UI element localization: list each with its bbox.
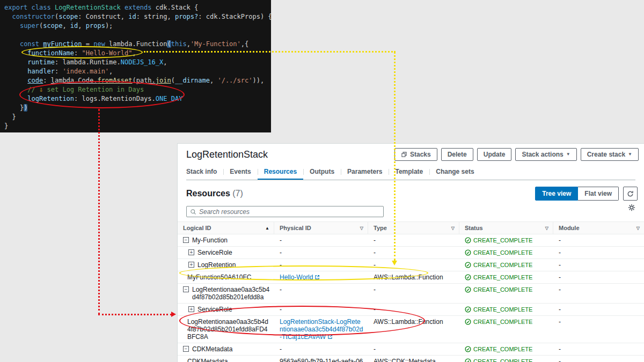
- type-cell: AWS::CDK::Metadata: [368, 356, 459, 362]
- cloudformation-console: LogRetentionStack StacksDeleteUpdateStac…: [177, 143, 644, 362]
- status-text: CREATE_COMPLETE: [473, 318, 532, 326]
- filter-icon[interactable]: ▽: [360, 226, 363, 231]
- logical-id-text: MyFunction50A610FC: [187, 274, 251, 281]
- code-line: }: [4, 113, 271, 122]
- module-cell: -: [553, 316, 644, 343]
- column-label: Status: [465, 225, 483, 231]
- physical-id-cell: -: [274, 259, 368, 271]
- header-button-delete[interactable]: Delete: [441, 148, 473, 161]
- code-line: }): [4, 104, 271, 113]
- gear-icon: [628, 204, 635, 211]
- column-header-type[interactable]: Type▽: [368, 222, 459, 234]
- status-text: CREATE_COMPLETE: [473, 306, 532, 313]
- module-cell: -: [553, 304, 644, 315]
- collapse-icon[interactable]: −: [183, 346, 189, 352]
- tab-parameters[interactable]: Parameters: [341, 164, 389, 180]
- status-text: CREATE_COMPLETE: [473, 358, 532, 362]
- column-label: Type: [374, 225, 387, 231]
- preferences-button[interactable]: [628, 204, 635, 211]
- code-line: runtime: lambda.Runtime.NODEJS_16_X,: [4, 58, 271, 67]
- physical-id-link[interactable]: LogRetentionStack-LogRetentionaae0aa3c5b…: [280, 318, 363, 341]
- check-circle-icon: [465, 237, 471, 243]
- collapse-icon[interactable]: −: [183, 286, 189, 292]
- module-cell: -: [553, 356, 644, 362]
- physical-id-cell: -: [274, 247, 368, 258]
- tab-outputs[interactable]: Outputs: [303, 164, 341, 180]
- table-row: −CDKMetadata--CREATE_COMPLETE-: [178, 343, 644, 356]
- logical-id-cell: −LogRetentionaae0aa3c5b4d4f87b02d85b201e…: [178, 284, 274, 303]
- logical-id-text: CDKMetadata: [187, 358, 228, 362]
- check-circle-icon: [465, 286, 471, 293]
- column-header-module[interactable]: Module▽: [553, 222, 644, 234]
- code-editor: export class LogRetentionStack extends c…: [0, 0, 271, 132]
- logical-id-text: ServiceRole: [197, 306, 232, 313]
- logical-id-text: CDKMetadata: [192, 345, 232, 353]
- physical-id-text: -: [280, 306, 282, 313]
- logical-id-text: LogRetentionaae0aa3c5b4d4f87b02d85b201ef…: [192, 286, 270, 301]
- column-header-physical-id[interactable]: Physical ID▽: [274, 222, 368, 234]
- red-arrow-vertical: [98, 109, 100, 315]
- physical-id-text: -: [280, 286, 282, 293]
- column-label: Module: [559, 225, 580, 231]
- status-text: CREATE_COMPLETE: [473, 249, 532, 256]
- column-header-logical-id[interactable]: Logical ID▲: [178, 222, 274, 234]
- type-cell: -: [368, 284, 459, 303]
- resources-table: Logical ID▲Physical ID▽Type▽Status▽Modul…: [178, 221, 644, 362]
- column-header-status[interactable]: Status▽: [459, 222, 553, 234]
- search-input[interactable]: [199, 208, 380, 216]
- collapse-icon[interactable]: −: [183, 237, 189, 243]
- tab-template[interactable]: Template: [389, 164, 429, 180]
- tab-stack-info[interactable]: Stack info: [186, 164, 223, 180]
- button-label: Create stack: [587, 151, 625, 158]
- check-circle-icon: [465, 274, 471, 280]
- check-circle-icon: [465, 346, 471, 352]
- logical-id-cell: −My-Function: [178, 234, 274, 246]
- status-text: CREATE_COMPLETE: [473, 261, 532, 269]
- view-toggle-tree-view[interactable]: Tree view: [535, 187, 578, 201]
- header-button-stack-actions[interactable]: Stack actions▼: [515, 148, 576, 161]
- logical-id-cell: +ServiceRole: [178, 247, 274, 258]
- external-link-icon: [314, 275, 320, 280]
- expand-icon[interactable]: +: [188, 262, 194, 268]
- view-toggle: Tree viewFlat view: [535, 187, 619, 201]
- table-row: LogRetentionaae0aa3c5b4d4f87b02d85b201ef…: [178, 316, 644, 343]
- stacks-icon: [401, 151, 407, 158]
- tab-events[interactable]: Events: [223, 164, 257, 180]
- button-label: Stack actions: [522, 151, 563, 158]
- physical-id-text: -: [280, 345, 282, 353]
- status-cell: CREATE_COMPLETE: [459, 284, 553, 303]
- sort-asc-icon[interactable]: ▲: [265, 226, 269, 231]
- header-button-update[interactable]: Update: [477, 148, 512, 161]
- type-cell: AWS::Lambda::Function: [368, 316, 459, 343]
- tab-change-sets[interactable]: Change sets: [429, 164, 480, 180]
- physical-id-cell: -: [274, 304, 368, 315]
- table-row: CDKMetadata9563e580-fb79-11ed-aefa-061d7…: [178, 356, 644, 362]
- physical-id-cell: -: [274, 343, 368, 355]
- code-line: }: [4, 122, 271, 131]
- code-line: constructor(scope: Construct, id: string…: [4, 12, 271, 21]
- physical-id-cell: -: [274, 284, 368, 303]
- tab-resources[interactable]: Resources: [258, 164, 303, 180]
- resources-count: (7): [232, 189, 243, 198]
- physical-id-text: 9563e580-fb79-11ed-aefa-061d7e0be836: [280, 358, 363, 362]
- expand-icon[interactable]: +: [188, 306, 194, 312]
- view-toggle-flat-view[interactable]: Flat view: [578, 187, 619, 201]
- filter-icon[interactable]: ▽: [545, 226, 548, 231]
- filter-icon[interactable]: ▽: [451, 226, 455, 231]
- filter-icon[interactable]: ▽: [636, 226, 640, 231]
- physical-id-text: -: [280, 249, 282, 256]
- code-line: handler: 'index.main',: [4, 67, 271, 76]
- header-button-stacks[interactable]: Stacks: [394, 148, 437, 161]
- page-title: LogRetentionStack: [186, 149, 268, 160]
- button-label: Delete: [448, 151, 467, 158]
- button-label: Stacks: [410, 151, 431, 158]
- header-button-create-stack[interactable]: Create stack▼: [581, 148, 639, 161]
- refresh-button[interactable]: [623, 187, 638, 201]
- code-line: functionName: "Hello-World",: [4, 49, 271, 58]
- physical-id-link[interactable]: Hello-World: [280, 274, 320, 281]
- logical-id-cell: MyFunction50A610FC: [178, 271, 274, 283]
- code-block: export class LogRetentionStack extends c…: [4, 3, 271, 131]
- expand-icon[interactable]: +: [188, 249, 194, 255]
- module-cell: -: [553, 247, 644, 258]
- logical-id-text: LogRetention: [197, 261, 236, 269]
